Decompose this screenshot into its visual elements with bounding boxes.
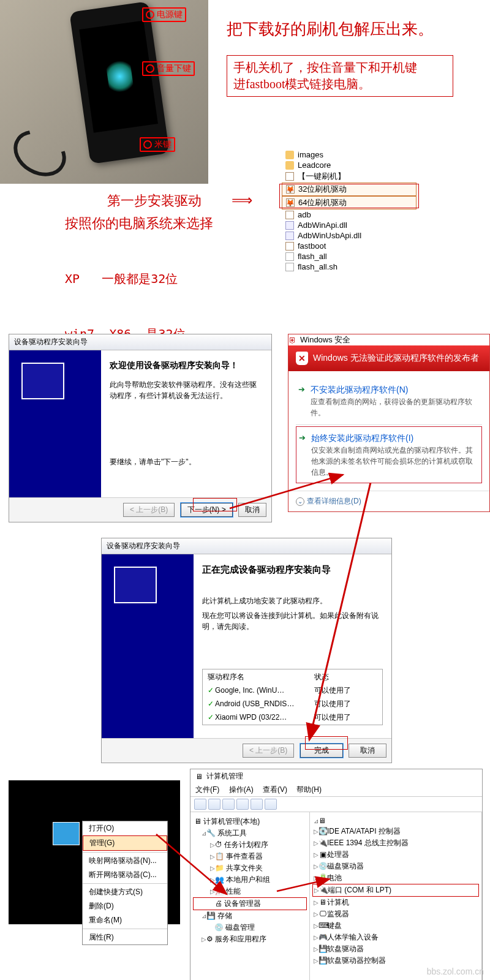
toolbar-button[interactable] (194, 799, 206, 810)
dev-root[interactable]: ⊿🖥 (312, 816, 479, 826)
tree-item[interactable]: ▷⏱ 任务计划程序 (193, 839, 307, 851)
dll-icon (285, 221, 294, 230)
tree-node[interactable]: ⊿🔧 系统工具 (193, 827, 307, 839)
dev-item[interactable]: ▷💽IDE ATA/ATAPI 控制器 (312, 826, 479, 837)
dev-ports[interactable]: ▷🔌端口 (COM 和 LPT) (312, 884, 479, 897)
wizard-continue-text: 要继续，请单击"下一步"。 (110, 456, 263, 467)
file-icon (285, 252, 294, 261)
wizard-side-graphic (9, 350, 101, 497)
menu-rename[interactable]: 重命名(M) (83, 913, 167, 927)
tree-item[interactable]: ▷📈 性能 (193, 886, 307, 897)
dev-item[interactable]: ▷▣处理器 (312, 849, 479, 861)
toolbar-button[interactable] (251, 799, 263, 810)
file-item[interactable]: flash_all.sh (282, 262, 417, 272)
tree-item[interactable]: 💿 磁盘管理 (193, 922, 307, 933)
cancel-button[interactable]: 取消 (349, 744, 386, 758)
step1-note: 按照你的电脑系统来选择 (65, 214, 213, 233)
menu-shortcut[interactable]: 创建快捷方式(S) (83, 885, 167, 899)
tree-node[interactable]: ⊿💾 存储 (193, 910, 307, 922)
dev-item[interactable]: ▷🎮人体学输入设备 (312, 932, 479, 943)
dev-item[interactable]: ▷🔌IEEE 1394 总线主控制器 (312, 837, 479, 849)
device-tree[interactable]: ⊿🖥 ▷💽IDE ATA/ATAPI 控制器 ▷🔌IEEE 1394 总线主控制… (310, 812, 482, 980)
menu-delete[interactable]: 删除(D) (83, 899, 167, 913)
left-tree[interactable]: 🖥 计算机管理(本地) ⊿🔧 系统工具 ▷⏱ 任务计划程序 ▷📋 事件查看器 ▷… (190, 812, 310, 980)
extracted-file-list: images Leadcore 【一键刷机】 🦊32位刷机驱动 🦊64位刷机驱动… (282, 149, 417, 272)
exe-icon (285, 211, 294, 219)
exe-icon (285, 172, 294, 181)
window-titlebar[interactable]: 设备驱动程序安装向导 (102, 538, 391, 554)
ring-icon (146, 10, 154, 19)
phone-photo (0, 0, 208, 184)
tree-root[interactable]: 🖥 计算机管理(本地) (193, 816, 307, 827)
file-item[interactable]: Leadcore (282, 160, 417, 170)
dev-item[interactable]: ▷💿磁盘驱动器 (312, 861, 479, 872)
driver-wizard-welcome: 设备驱动程序安装向导 欢迎使用设备驱动程序安装向导！ 此向导帮助您安装软件驱动程… (9, 334, 272, 522)
menu-action[interactable]: 操作(A) (229, 785, 254, 794)
view-details-toggle[interactable]: ⌄查看详细信息(D) (288, 491, 489, 511)
desktop-context-screenshot: 打开(O) 管理(G) 映射网络驱动器(N)... 断开网络驱动器(C)... … (9, 780, 180, 924)
menu-disconnect-drive[interactable]: 断开网络驱动器(C)... (83, 868, 167, 882)
menu-file[interactable]: 文件(F) (195, 785, 219, 794)
file-item[interactable]: images (282, 149, 417, 160)
dev-item[interactable]: ▷💾软盘驱动器控制器 (312, 955, 479, 967)
toolbar-button[interactable] (208, 799, 221, 810)
dll-icon (285, 232, 294, 240)
file-item[interactable]: AdbWinUsbApi.dll (282, 230, 417, 241)
computer-management-window: 🖥计算机管理 文件(F) 操作(A) 查看(V) 帮助(H) 🖥 计算机管理(本… (190, 769, 483, 980)
arrow-icon: ⟹ (232, 192, 252, 209)
security-header: ✕Windows 无法验证此驱动程序软件的发布者 (288, 345, 489, 371)
tree-device-manager[interactable]: 🖨 设备管理器 (193, 897, 307, 910)
step1-heading: 第一步安装驱动 (107, 192, 202, 210)
menu-properties[interactable]: 属性(R) (83, 930, 167, 944)
wizard-side-graphic (102, 554, 194, 738)
toolbar-button[interactable] (236, 799, 249, 810)
arrow-icon: ➔ (298, 383, 305, 396)
file-item[interactable]: AdbWinApi.dll (282, 220, 417, 230)
file-icon (285, 263, 294, 271)
wizard-heading: 正在完成设备驱动程序安装向导 (202, 563, 383, 577)
next-button-highlight (193, 498, 237, 511)
window-titlebar[interactable]: 🖥计算机管理 (190, 769, 482, 783)
check-icon: ✓ (208, 713, 214, 722)
option-dont-install[interactable]: ➔ 不安装此驱动程序软件(N) 应查看制造商的网站，获得设备的更新驱动程序软件。 (296, 379, 482, 423)
tree-item[interactable]: ▷📁 共享文件夹 (193, 862, 307, 874)
dev-item[interactable]: ▷🖥计算机 (312, 897, 479, 908)
file-item[interactable]: fastboot (282, 241, 417, 251)
intro-title: 把下载好的刷机包解压出来。 (227, 18, 434, 40)
tree-item[interactable]: ▷👥 本地用户和组 (193, 874, 307, 886)
file-item[interactable]: adb (282, 209, 417, 220)
menu-map-drive[interactable]: 映射网络驱动器(N)... (83, 854, 167, 868)
driver-wizard-complete: 设备驱动程序安装向导 正在完成设备驱动程序安装向导 此计算机上成功地安装了此驱动… (101, 538, 392, 763)
finish-button-highlight (305, 736, 348, 750)
menu-bar[interactable]: 文件(F) 操作(A) 查看(V) 帮助(H) (190, 783, 482, 797)
exe-icon (285, 242, 294, 251)
menu-help[interactable]: 帮助(H) (296, 785, 322, 794)
folder-icon (285, 151, 294, 159)
driver-status-table: 驱动程序名状态 ✓Google, Inc. (WinU…可以使用了 ✓Andro… (202, 669, 383, 725)
dev-item[interactable]: ▷⌨键盘 (312, 920, 479, 932)
tree-node[interactable]: ▷⚙ 服务和应用程序 (193, 933, 307, 945)
window-titlebar[interactable]: ⛨Windows 安全 (288, 334, 489, 345)
file-item[interactable]: 【一键刷机】 (282, 170, 417, 183)
chip-icon (21, 363, 64, 399)
toolbar-button[interactable] (222, 799, 235, 810)
toolbar-button[interactable] (265, 799, 277, 810)
option-install-anyway[interactable]: ➔ 始终安装此驱动程序软件(I) 仅安装来自制造商网站或光盘的驱动程序软件。其他… (296, 426, 482, 483)
computer-icon[interactable] (53, 822, 80, 845)
dev-item[interactable]: ▷🔋电池 (312, 872, 479, 884)
context-menu: 打开(O) 管理(G) 映射网络驱动器(N)... 断开网络驱动器(C)... … (82, 821, 168, 945)
dev-item[interactable]: ▷💾软盘驱动器 (312, 943, 479, 955)
callout-voldown: 音量下键 (142, 61, 195, 76)
menu-open[interactable]: 打开(O) (83, 821, 167, 835)
window-titlebar[interactable]: 设备驱动程序安装向导 (9, 334, 271, 350)
file-item[interactable]: flash_all (282, 251, 417, 262)
menu-view[interactable]: 查看(V) (263, 785, 287, 794)
wizard-body-text: 现在您可以将设备连接到此计算机。如果此设备附有说明，请先阅读。 (202, 610, 383, 632)
dev-item[interactable]: ▷🖵监视器 (312, 908, 479, 920)
back-button: < 上一步(B) (243, 744, 294, 758)
tree-item[interactable]: ▷📋 事件查看器 (193, 851, 307, 862)
check-icon: ✓ (208, 686, 214, 695)
menu-manage[interactable]: 管理(G) (83, 835, 167, 851)
cancel-button[interactable]: 取消 (238, 503, 266, 517)
mmc-icon: 🖥 (195, 772, 203, 781)
